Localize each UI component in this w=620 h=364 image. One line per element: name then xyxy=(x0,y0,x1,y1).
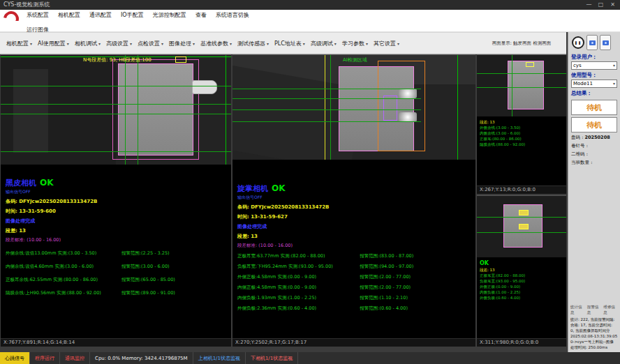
pause-icon: ❚❚ xyxy=(575,40,582,45)
chevron-down-icon xyxy=(334,40,337,47)
alarm-range: 报警范围:(2.00 - 77.00) xyxy=(360,285,411,291)
toolbar-label: AI使用配置 xyxy=(38,40,66,47)
tab-connector xyxy=(192,80,217,94)
overlay-line xyxy=(1,151,231,152)
led-highlight xyxy=(399,112,417,122)
stats-tab-statistics[interactable]: 统计信息 xyxy=(570,304,585,315)
preview-line: 外侧负极:(0.60 - 4.00) xyxy=(480,295,563,301)
toolbar-advanced-debug[interactable]: 高级调试 xyxy=(308,38,339,50)
preview-panel-bottom: OK 段差: 13 正极耳宽:(82.00 - 88.00) 负极耳宽:(93.… xyxy=(477,195,566,347)
menu-view[interactable]: 查看 xyxy=(195,10,207,21)
menu-io-config[interactable]: IO手配置 xyxy=(121,10,144,21)
chevron-down-icon xyxy=(366,40,368,47)
right-camera-image[interactable]: AI检测区域 xyxy=(232,55,475,160)
preview-line: 正极耳:(80.00 - 86.00) xyxy=(480,136,563,142)
toolbar-camera-config[interactable]: 相机配置 xyxy=(3,38,35,50)
alarm-range: 报警范围:(65.00 - 85.00) xyxy=(121,277,175,283)
toolbar-plc-address[interactable]: PLC地址表 xyxy=(272,38,308,50)
menu-language-switch[interactable]: 系统语言切换 xyxy=(216,10,249,21)
stats-tab-alarm[interactable]: 报警信息 xyxy=(587,304,602,315)
overlay-line xyxy=(232,121,421,122)
time-line: 时间: 13-31-59-627 xyxy=(237,213,473,220)
camera-icon xyxy=(603,40,609,45)
field-shift-count: 当班数量： xyxy=(568,158,620,166)
measurement-row: 内侧余线:设值4.60mm 实测:(3.00 - 6.00)报警范围:(3.00… xyxy=(6,264,228,270)
lower-camera-status: 下相机1/1状态监视 xyxy=(246,352,298,364)
maximize-icon[interactable]: □ xyxy=(595,0,607,10)
model-select[interactable]: Mode11 xyxy=(571,79,617,88)
preview-image[interactable] xyxy=(477,196,566,257)
chevron-down-icon xyxy=(303,40,305,47)
overlay-line xyxy=(125,55,126,165)
toolbar-learning-params[interactable]: 学习参数 xyxy=(339,38,371,50)
menu-bar: 系统配置 相机配置 通讯配置 IO手配置 光源控制配置 查看 系统语言切换 xyxy=(0,10,620,21)
pause-button[interactable]: ❚❚ xyxy=(572,36,584,49)
toolbar-baseline-params[interactable]: 基准线参数 xyxy=(198,38,235,50)
chevron-down-icon xyxy=(98,40,101,47)
status-line: 图像处理完成 xyxy=(6,218,228,225)
toolbar-spot-check[interactable]: 点检设置 xyxy=(135,38,166,50)
statistics-block: 统计信息 报警信息 维修信息 统计: 222, 当前报警间隔: 合格: 17, … xyxy=(568,304,620,350)
overlay-line xyxy=(138,55,138,165)
stats-line: 0, 当前图像抓取时间分 xyxy=(570,328,618,333)
overlay-line xyxy=(477,232,566,233)
field-label: 二维码： xyxy=(571,151,589,157)
toolbar-other-settings[interactable]: 其它设置 xyxy=(371,38,402,50)
upper-camera-status: 上相机1/1状态监视 xyxy=(193,352,246,364)
toolbar-label: 相机调试 xyxy=(75,40,97,47)
menu-comm-config[interactable]: 通讯配置 xyxy=(89,10,112,21)
field-label: 盘码： xyxy=(571,135,585,140)
stats-tab-maintenance[interactable]: 维修信息 xyxy=(603,304,618,315)
battery-cell xyxy=(118,63,193,156)
preview-line: 段差: 13 xyxy=(480,267,563,273)
battery-cell xyxy=(508,61,544,109)
preview-line: 负极耳宽:(93.00 - 95.00) xyxy=(480,278,563,284)
result-box-camera1: 待机 xyxy=(571,100,617,115)
toolbar-label: PLC地址表 xyxy=(274,40,302,47)
left-camera-image[interactable]: N号段差值: 93, H0段差值:100 xyxy=(1,55,231,165)
toolbar: 相机配置 AI使用配置 相机调试 高级设置 点检设置 图像处理 基准线参数 测试… xyxy=(0,32,477,54)
cpu-memory-readout: Cpu: 0.0% Memory: 3424.41796875M xyxy=(90,352,193,364)
menu-camera-config[interactable]: 相机配置 xyxy=(58,10,80,21)
toolbar-label: 点检设置 xyxy=(138,40,160,47)
toolbar-test-sensor[interactable]: 测试传感器 xyxy=(235,38,272,50)
close-icon[interactable]: ✕ xyxy=(607,0,619,10)
camera-title: 旋掌相机 xyxy=(237,183,268,194)
stats-line: 处理时间: 250.00ms xyxy=(570,344,618,350)
camera-snapshot-button[interactable] xyxy=(586,35,598,50)
toolbar-camera-debug[interactable]: 相机调试 xyxy=(72,38,103,50)
toolbar-label: 其它设置 xyxy=(374,40,396,47)
chevron-down-icon xyxy=(193,40,195,47)
menu-light-config[interactable]: 光源控制配置 xyxy=(153,10,186,21)
toolbar-label: 高级设置 xyxy=(106,40,128,47)
measurement-value: 内侧负极:1.93mm 实测:(1.00 - 2.25) xyxy=(237,295,360,301)
toolbar-label: 基准线参数 xyxy=(200,40,228,47)
chevron-down-icon xyxy=(161,40,163,47)
chevron-down-icon xyxy=(397,40,399,47)
gap-line: 段差: 13 xyxy=(6,227,228,234)
field-qr-code: 二维码： xyxy=(568,149,620,158)
toolbar-label: 相机配置 xyxy=(6,40,29,47)
measurement-value: 隔膜余线:上H90.56mm 实测:(88.00 - 92.00) xyxy=(6,290,121,296)
measurement-value: 内侧正极:4.58mm 实测:(0.00 - 9.00) xyxy=(237,285,360,291)
camera-record-button[interactable] xyxy=(600,35,611,50)
measurement-value: 内侧余线:设值4.60mm 实测:(3.00 - 6.00) xyxy=(6,264,121,270)
chevron-down-icon xyxy=(267,40,269,47)
result-box-camera2: 待机 xyxy=(571,117,617,132)
minimize-icon[interactable]: — xyxy=(583,0,595,10)
measurement-row: 隔膜余线:上H90.56mm 实测:(88.00 - 92.00)报警范围:(8… xyxy=(6,290,228,296)
menu-system-config[interactable]: 系统配置 xyxy=(27,10,49,21)
preview-line: 内侧负极:(1.00 - 2.25) xyxy=(480,289,563,295)
login-user-select[interactable]: cys xyxy=(571,61,617,70)
field-value: 20250208 xyxy=(585,135,610,140)
overlay-line xyxy=(477,73,566,74)
toolbar-image-processing[interactable]: 图像处理 xyxy=(166,38,198,50)
gap-range-line: 段差标准: (10.00 - 16.00) xyxy=(237,243,473,249)
preview-image[interactable] xyxy=(477,55,566,116)
login-user-value: cys xyxy=(573,62,582,69)
field-tray-code: 盘码：20250208 xyxy=(568,132,620,141)
toolbar-ai-config[interactable]: AI使用配置 xyxy=(35,38,72,50)
toolbar-advanced-settings[interactable]: 高级设置 xyxy=(103,38,135,50)
chevron-down-icon xyxy=(613,62,615,69)
pixel-coordinates-bar: X:7677;Y:891;R:14;G:14;B:14 xyxy=(1,338,231,347)
